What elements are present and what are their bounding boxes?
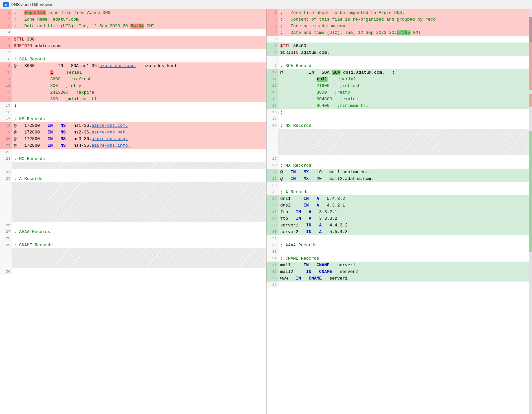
diff-line: 6$ORIGIN adatum.com xyxy=(0,42,266,49)
line-number: 11 xyxy=(266,76,278,82)
line-number: 15 xyxy=(266,102,278,109)
diff-line xyxy=(266,149,532,155)
diff-line: 2; Zone name: adatum.com xyxy=(0,16,266,23)
diff-line: 29server1 IN A 4.4.3.2 xyxy=(266,222,532,228)
line-number: 30 xyxy=(0,268,12,275)
line-content: ; A Records xyxy=(12,175,266,182)
line-content: ; NS Records xyxy=(278,122,532,129)
diff-line: 37www IN CNAME server1 xyxy=(266,275,532,282)
line-number: 19 xyxy=(0,129,12,135)
line-number xyxy=(0,248,12,255)
line-number: 5 xyxy=(0,36,12,42)
line-number: 9 xyxy=(0,62,12,69)
diff-line xyxy=(0,262,266,268)
diff-line: 31 xyxy=(266,235,532,242)
diff-line xyxy=(0,189,266,195)
line-number xyxy=(266,129,278,135)
diff-line: 19@ 172800 IN NS ns2-36.azure-dns.net. xyxy=(0,129,266,135)
line-content xyxy=(12,255,266,262)
line-content xyxy=(12,162,266,169)
line-number: 24 xyxy=(266,189,278,195)
line-number: 23 xyxy=(0,155,12,162)
diff-line: 27; AAAA Records xyxy=(0,228,266,235)
line-content xyxy=(12,169,266,175)
right-lines: 1; Zone file about to be imported to Azu… xyxy=(266,9,532,288)
line-number: 18 xyxy=(0,122,12,129)
diff-line: 28ftp IN A 3.3.3.2 xyxy=(266,215,532,222)
line-content xyxy=(12,189,266,195)
diff-line: 1; Exported zone file from Azure DNS xyxy=(0,9,266,16)
diff-line: 18; NS Records xyxy=(266,122,532,129)
line-number: 10 xyxy=(266,69,278,76)
diff-line: 4; Date and time (UTC): Tue, 12 Sep 2023… xyxy=(266,29,532,36)
line-number: 1 xyxy=(0,9,12,16)
diff-line: 26 xyxy=(0,222,266,228)
line-content xyxy=(12,182,266,189)
diff-line: 19 xyxy=(266,155,532,162)
line-content xyxy=(12,49,266,56)
diff-line xyxy=(0,195,266,202)
right-pane[interactable]: 1; Zone file about to be imported to Azu… xyxy=(266,9,532,414)
diff-line: 7 xyxy=(0,49,266,56)
line-content: ; Exported zone file from Azure DNS xyxy=(12,9,266,16)
diff-line xyxy=(0,162,266,169)
line-content: 86400 ;minimum ttl xyxy=(278,102,532,109)
diff-line: 13 3600 ;retry xyxy=(266,89,532,96)
diff-line xyxy=(0,248,266,255)
diff-line: 23; MX Records xyxy=(0,155,266,162)
diff-line: 21@ IN MX 10 mail.adatum.com. xyxy=(266,169,532,175)
line-content: ; AAAA Records xyxy=(278,242,532,248)
diff-line: 27ftp IN A 3.3.2.1 xyxy=(266,208,532,215)
line-number: 32 xyxy=(266,242,278,248)
line-content: ftp IN A 3.3.2.1 xyxy=(278,208,532,215)
diff-line: 17; NS Records xyxy=(0,116,266,122)
app-title: DNS Zone Diff Viewer xyxy=(11,2,53,7)
line-number: 18 xyxy=(266,122,278,129)
line-content xyxy=(12,235,266,242)
diff-line: 14 300 ;minimum ttl xyxy=(0,96,266,102)
line-content: 1 ;serial xyxy=(12,69,266,76)
diff-line: 18@ 172800 IN NS ns1-36.azure-dns.com. xyxy=(0,122,266,129)
diff-line: 30server2 IN A 5.5.4.3 xyxy=(266,228,532,235)
line-content: ; CNAME Records xyxy=(12,242,266,248)
line-number: 29 xyxy=(266,222,278,228)
line-content xyxy=(278,149,532,155)
line-content: $ORIGIN adatum.com xyxy=(12,42,266,49)
line-number: 24 xyxy=(0,169,12,175)
line-number: 17 xyxy=(0,116,12,122)
line-content xyxy=(278,282,532,288)
line-content: ; Zone name: adatum.com xyxy=(12,16,266,23)
line-number: 21 xyxy=(266,169,278,175)
diff-line: 24 xyxy=(0,169,266,175)
diff-line: 14 604800 ;expire xyxy=(266,96,532,102)
title-bar: D DNS Zone Diff Viewer xyxy=(0,0,532,9)
line-number xyxy=(0,182,12,189)
diff-line: 22 xyxy=(0,149,266,155)
diff-line: 15) xyxy=(0,102,266,109)
diff-line xyxy=(0,202,266,208)
line-number: 34 xyxy=(266,255,278,262)
diff-line: 3; Date and time (UTC): Tue, 12 Sep 2023… xyxy=(0,23,266,29)
diff-line: 5 xyxy=(266,36,532,42)
line-number: 37 xyxy=(266,275,278,282)
diff-line xyxy=(0,215,266,222)
left-pane[interactable]: 1; Exported zone file from Azure DNS2; Z… xyxy=(0,9,266,414)
diff-line: 35mail IN CNAME server1 xyxy=(266,262,532,268)
line-content: 2419200 ;expire xyxy=(12,89,266,96)
line-content xyxy=(12,195,266,202)
line-number: 17 xyxy=(266,116,278,122)
line-number: 26 xyxy=(0,222,12,228)
line-number: 13 xyxy=(0,89,12,96)
diff-line: 33 xyxy=(266,248,532,255)
line-content: ) xyxy=(12,102,266,109)
line-content xyxy=(12,202,266,208)
line-content xyxy=(12,208,266,215)
diff-line: 29; CNAME Records xyxy=(0,242,266,248)
diff-line: 2; Content of this file is re-organized … xyxy=(266,16,532,23)
line-content xyxy=(278,36,532,42)
line-number: 12 xyxy=(266,82,278,89)
diff-line: 8 xyxy=(266,56,532,62)
line-content: 604800 ;expire xyxy=(278,96,532,102)
line-number: 27 xyxy=(0,228,12,235)
diff-line: 26dns2 IN A 4.3.2.1 xyxy=(266,202,532,208)
